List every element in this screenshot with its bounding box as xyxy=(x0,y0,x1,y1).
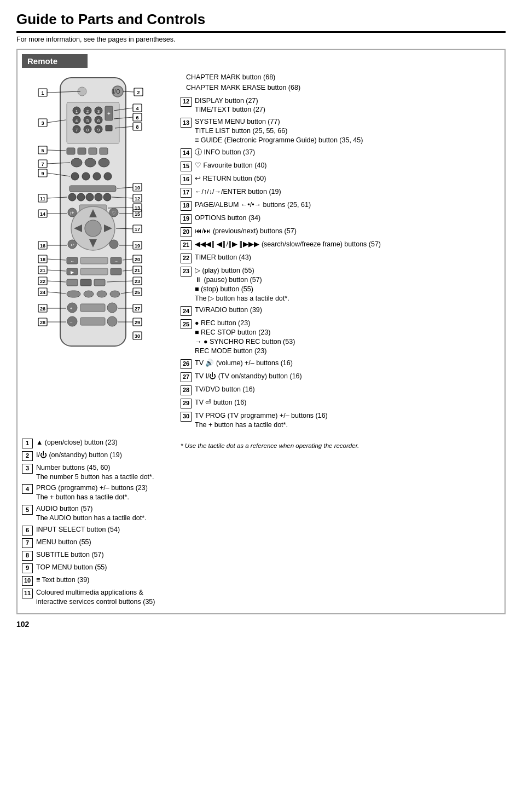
item-text: OPTIONS button (34) xyxy=(195,214,500,223)
item-number: 30 xyxy=(181,412,192,422)
right-item: 23▷ (play) button (55)⏸ (pause) button (… xyxy=(181,266,500,303)
page-title: Guide to Parts and Controls xyxy=(16,11,506,33)
left-item: 11Coloured multimedia applications & int… xyxy=(22,588,175,607)
svg-text:22: 22 xyxy=(40,279,45,284)
svg-point-60 xyxy=(82,172,90,180)
content-area: I/O 1 2 1 2 3 + xyxy=(22,72,500,433)
item-number: 16 xyxy=(181,175,192,185)
item-text: TV 🔊 (volume) +/– buttons (16) xyxy=(195,359,500,368)
svg-text:+: + xyxy=(107,111,111,117)
svg-rect-133 xyxy=(80,279,91,286)
item-number: 27 xyxy=(181,372,192,382)
svg-text:9: 9 xyxy=(41,171,44,176)
svg-text:21: 21 xyxy=(135,268,140,273)
svg-text:11: 11 xyxy=(40,196,45,201)
svg-rect-45 xyxy=(78,148,86,154)
remote-svg: I/O 1 2 1 2 3 + xyxy=(22,72,164,357)
svg-text:8: 8 xyxy=(136,124,138,130)
svg-point-154 xyxy=(107,303,117,313)
svg-text:17: 17 xyxy=(135,227,140,232)
right-item: 21◀◀◀‖ ◀‖/‖▶ ‖▶▶▶ (search/slow/freeze fr… xyxy=(181,240,500,250)
item-text: Coloured multimedia applications & inter… xyxy=(36,588,175,607)
chapter-mark-line1: CHAPTER MARK button (68) xyxy=(186,72,500,83)
item-number: 22 xyxy=(181,254,192,263)
item-text: PROG (programme) +/– buttons (23)The + b… xyxy=(36,483,175,502)
item-number: 13 xyxy=(181,118,192,128)
svg-text:←: ← xyxy=(70,259,74,264)
item-text: TV PROG (TV programme) +/– buttons (16)T… xyxy=(195,411,500,430)
svg-point-84 xyxy=(85,220,101,237)
item-number: 29 xyxy=(181,399,192,408)
item-number: 28 xyxy=(181,385,192,395)
svg-text:5: 5 xyxy=(41,148,44,153)
svg-text:4: 4 xyxy=(136,106,138,111)
left-item: 5AUDIO button (57)The AUDIO button has a… xyxy=(22,504,175,523)
item-text: AUDIO button (57)The AUDIO button has a … xyxy=(36,504,175,523)
svg-text:23: 23 xyxy=(135,279,140,284)
item-text: I/⏻ (on/standby) button (19) xyxy=(36,451,175,460)
left-item: 8SUBTITLE button (57) xyxy=(22,550,175,561)
svg-point-72 xyxy=(103,193,111,201)
svg-rect-144 xyxy=(110,291,120,297)
item-number: 23 xyxy=(181,267,192,277)
item-number: 26 xyxy=(181,359,192,369)
right-item: 26TV 🔊 (volume) +/– buttons (16) xyxy=(181,359,500,369)
svg-rect-134 xyxy=(94,279,105,286)
item-text: SYSTEM MENU button (77)TITLE LIST button… xyxy=(195,117,500,145)
item-text: ♡ Favourite button (40) xyxy=(195,161,500,170)
svg-text:↩: ↩ xyxy=(71,243,74,247)
right-item: 27TV I/⏻ (TV on/standby) button (16) xyxy=(181,372,500,382)
item-number: 3 xyxy=(22,464,33,474)
svg-rect-124 xyxy=(80,268,108,275)
svg-point-68 xyxy=(68,193,76,201)
item-text: ▷ (play) button (55)⏸ (pause) button (57… xyxy=(195,266,500,303)
left-item: 2I/⏻ (on/standby) button (19) xyxy=(22,451,175,461)
remote-section: Remote I/O 1 2 xyxy=(16,49,506,614)
chapter-mark-line2: CHAPTER MARK ERASE button (68) xyxy=(186,83,500,93)
item-number: 5 xyxy=(22,505,33,515)
svg-text:12: 12 xyxy=(135,196,140,201)
svg-point-61 xyxy=(93,172,101,180)
right-item: 28TV/DVD button (16) xyxy=(181,385,500,395)
item-text: MENU button (55) xyxy=(36,538,175,547)
item-number: 1 xyxy=(22,439,33,448)
item-number: 24 xyxy=(181,306,192,316)
svg-text:16: 16 xyxy=(40,243,45,249)
right-item: 22TIMER button (43) xyxy=(181,253,500,263)
svg-point-69 xyxy=(77,193,85,201)
svg-rect-47 xyxy=(100,148,108,154)
item-number: 20 xyxy=(181,227,192,237)
svg-point-164 xyxy=(107,316,117,326)
svg-text:1: 1 xyxy=(41,90,44,96)
svg-text:27: 27 xyxy=(135,306,140,312)
svg-text:21: 21 xyxy=(40,268,45,273)
item-number: 21 xyxy=(181,240,192,250)
footnote-area: * Use the tactile dot as a reference whe… xyxy=(181,438,500,609)
item-text: TV ⏎ button (16) xyxy=(195,398,500,407)
right-item: 25● REC button (23)■ REC STOP button (23… xyxy=(181,319,500,356)
svg-text:20: 20 xyxy=(135,257,140,262)
svg-text:7: 7 xyxy=(41,162,44,167)
remote-image-column: I/O 1 2 1 2 3 + xyxy=(22,72,175,433)
svg-text:2: 2 xyxy=(137,90,140,95)
svg-rect-153 xyxy=(80,304,105,312)
svg-point-70 xyxy=(86,193,94,201)
item-text: TV/RADIO button (39) xyxy=(195,306,500,315)
item-number: 6 xyxy=(22,526,33,535)
svg-rect-143 xyxy=(97,291,107,297)
item-text: TOP MENU button (55) xyxy=(36,563,175,572)
item-number: 8 xyxy=(22,551,33,561)
left-item: 9TOP MENU button (55) xyxy=(22,563,175,573)
item-text: ⓘ INFO button (37) xyxy=(195,148,500,157)
item-text: ≡ Text button (39) xyxy=(36,575,175,585)
svg-text:4: 4 xyxy=(76,118,78,123)
item-number: 14 xyxy=(181,148,192,158)
chapter-mark-text: CHAPTER MARK button (68) CHAPTER MARK ER… xyxy=(181,72,500,93)
svg-text:▶: ▶ xyxy=(71,270,74,275)
right-item: 14ⓘ INFO button (37) xyxy=(181,148,500,158)
svg-rect-113 xyxy=(80,257,108,264)
svg-rect-44 xyxy=(67,148,75,154)
item-number: 9 xyxy=(22,563,33,573)
svg-text:+: + xyxy=(70,306,73,311)
svg-text:9: 9 xyxy=(97,128,100,133)
